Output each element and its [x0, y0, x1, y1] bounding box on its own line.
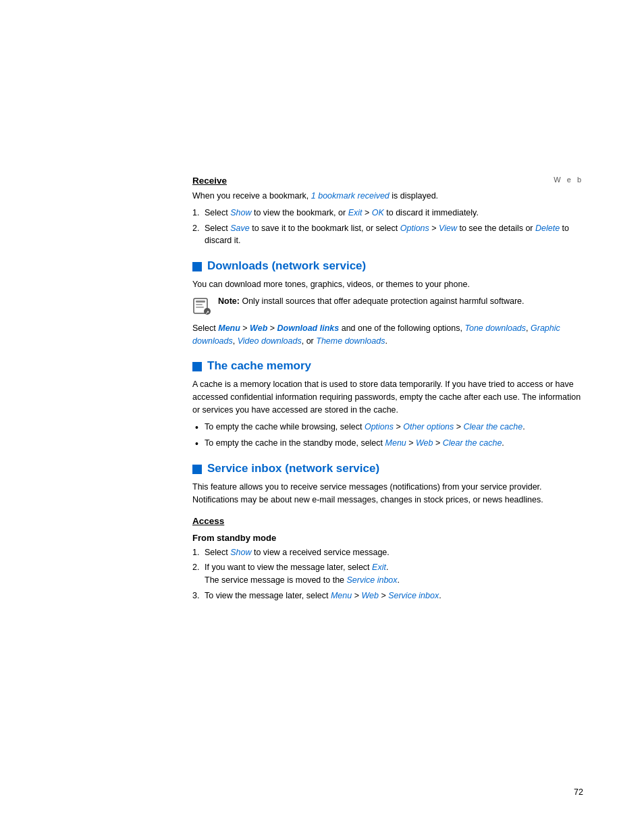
- svg-rect-3: [196, 307, 204, 308]
- svg-text:↗: ↗: [205, 310, 209, 315]
- cb1-text2: >: [394, 422, 403, 432]
- receive-intro: When you receive a bookmark, 1 bookmark …: [192, 190, 583, 203]
- dl-text7: , or: [302, 336, 317, 346]
- si-step2-text1: If you want to view the message later, s…: [205, 563, 372, 572]
- service-inbox-icon: [192, 465, 202, 474]
- si-step2-note-end: .: [398, 575, 400, 585]
- step2-text1: to save it to the bookmark list, or sele…: [250, 224, 400, 233]
- bookmark-received-link[interactable]: 1 bookmark received: [311, 191, 390, 201]
- step1-text3: to discard it immediately.: [384, 208, 479, 217]
- step1-text1: to view the bookmark, or: [252, 208, 348, 217]
- service-inbox-link-1[interactable]: Service inbox: [347, 575, 398, 585]
- receive-steps: 1. Select Show to view the bookmark, or …: [192, 207, 583, 247]
- web-link-2[interactable]: Web: [416, 438, 433, 448]
- view-link-1[interactable]: View: [439, 224, 457, 233]
- receive-intro-text1: When you receive a bookmark,: [192, 191, 311, 201]
- dl-text5: ,: [526, 323, 531, 333]
- receive-section: Receive When you receive a bookmark, 1 b…: [192, 176, 583, 247]
- si-step3-text4: .: [439, 591, 441, 600]
- clear-cache-link-1[interactable]: Clear the cache: [464, 422, 523, 432]
- save-link-1[interactable]: Save: [230, 224, 250, 233]
- service-inbox-body: This feature allows you to receive servi…: [192, 481, 583, 506]
- step2-prefix: Select: [205, 224, 230, 233]
- video-downloads-link[interactable]: Video downloads: [238, 336, 302, 346]
- si-step2-text2: .: [386, 563, 388, 572]
- note-block: ↗ Note: Only install sources that offer …: [192, 295, 583, 315]
- options-link-2[interactable]: Options: [365, 422, 394, 432]
- show-link-1[interactable]: Show: [230, 208, 251, 217]
- options-link-1[interactable]: Options: [400, 224, 429, 233]
- page-label: W e b: [554, 176, 583, 184]
- page-number: 72: [574, 787, 583, 797]
- delete-link-1[interactable]: Delete: [535, 224, 560, 233]
- cb1-text4: .: [522, 422, 525, 432]
- si-step3-num: 3.: [192, 590, 199, 602]
- service-inbox-link-2[interactable]: Service inbox: [388, 591, 439, 600]
- step1-text2: >: [362, 208, 371, 217]
- step1-num: 1.: [192, 207, 199, 219]
- cb2-text2: >: [406, 438, 416, 448]
- note-icon: ↗: [192, 296, 211, 315]
- cb2-text4: .: [502, 438, 504, 448]
- web-link-1[interactable]: Web: [250, 323, 267, 333]
- note-body: Only install sources that offer adequate…: [240, 296, 525, 306]
- si-step1-text1: to view a received service message.: [252, 548, 390, 557]
- step1-prefix: Select: [205, 208, 230, 217]
- menu-link-2[interactable]: Menu: [385, 438, 406, 448]
- receive-intro-text2: is displayed.: [390, 191, 438, 201]
- si-step2-num: 2.: [192, 561, 199, 574]
- cb2-text1: To empty the cache in the standby mode, …: [205, 438, 385, 448]
- clear-cache-link-2[interactable]: Clear the cache: [443, 438, 502, 448]
- note-text: Note: Only install sources that offer ad…: [218, 295, 524, 308]
- cb2-text3: >: [433, 438, 443, 448]
- exit-link-2[interactable]: Exit: [372, 563, 386, 572]
- svg-rect-1: [196, 301, 205, 303]
- si-step-3: 3. To view the message later, select Men…: [192, 590, 583, 602]
- receive-step-2: 2. Select Save to save it to the bookmar…: [192, 222, 583, 248]
- theme-downloads-link[interactable]: Theme downloads: [316, 336, 385, 346]
- si-step-1: 1. Select Show to view a received servic…: [192, 546, 583, 559]
- receive-step-1: 1. Select Show to view the bookmark, or …: [192, 207, 583, 219]
- from-standby-heading: From standby mode: [192, 533, 583, 543]
- si-step3-text1: To view the message later, select: [205, 591, 331, 600]
- cache-heading: The cache memory: [192, 359, 583, 373]
- downloads-select: Select Menu > Web > Download links and o…: [192, 322, 583, 348]
- cache-icon: [192, 362, 202, 371]
- cache-section: The cache memory A cache is a memory loc…: [192, 359, 583, 450]
- web-link-3[interactable]: Web: [361, 591, 378, 600]
- download-links-link[interactable]: Download links: [277, 323, 340, 333]
- svg-rect-2: [196, 304, 203, 305]
- exit-link-1[interactable]: Exit: [348, 208, 363, 217]
- dl-text2: >: [240, 323, 250, 333]
- page: W e b Receive When you receive a bookmar…: [0, 0, 644, 834]
- si-step2-note: The service message is moved to the: [205, 575, 347, 585]
- si-step3-text3: >: [379, 591, 388, 600]
- cache-bullet-2: To empty the cache in the standby mode, …: [192, 437, 583, 450]
- service-inbox-section: Service inbox (network service) This fea…: [192, 462, 583, 602]
- dl-text3: >: [267, 323, 277, 333]
- si-step-2: 2. If you want to view the message later…: [192, 561, 583, 587]
- downloads-heading: Downloads (network service): [192, 259, 583, 273]
- service-inbox-steps: 1. Select Show to view a received servic…: [192, 546, 583, 602]
- service-inbox-heading: Service inbox (network service): [192, 462, 583, 475]
- dl-text6: ,: [233, 336, 238, 346]
- other-options-link[interactable]: Other options: [403, 422, 454, 432]
- step2-text3: to see the details or: [457, 224, 535, 233]
- access-heading: Access: [192, 516, 583, 526]
- dl-text1: Select: [192, 323, 218, 333]
- dl-text8: .: [385, 336, 387, 346]
- step2-num: 2.: [192, 222, 199, 235]
- content-area: Receive When you receive a bookmark, 1 b…: [192, 0, 583, 602]
- cache-body: A cache is a memory location that is use…: [192, 378, 583, 416]
- menu-link-1[interactable]: Menu: [218, 323, 240, 333]
- dl-text4: and one of the following options,: [339, 323, 464, 333]
- si-step3-text2: >: [352, 591, 361, 600]
- downloads-icon: [192, 262, 202, 271]
- si-step1-num: 1.: [192, 546, 199, 559]
- show-link-2[interactable]: Show: [230, 548, 251, 557]
- menu-link-3[interactable]: Menu: [331, 591, 352, 600]
- tone-downloads-link[interactable]: Tone downloads: [464, 323, 526, 333]
- si-step1-prefix: Select: [205, 548, 230, 557]
- ok-link-1[interactable]: OK: [372, 208, 384, 217]
- receive-heading: Receive: [192, 176, 583, 186]
